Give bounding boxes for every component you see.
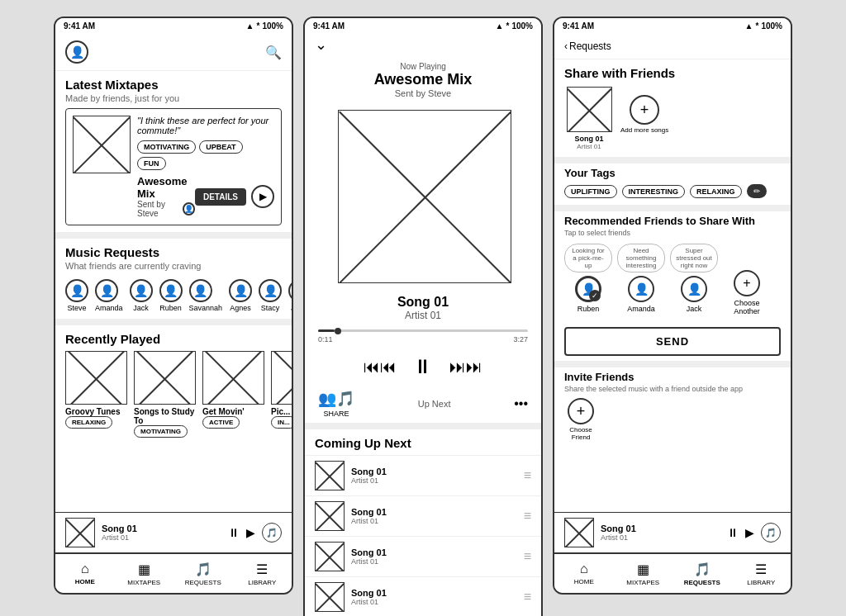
phone-1: 9:41 AM ▲ * 100% 👤 🔍 Latest Mixtapes Mad… bbox=[54, 17, 293, 595]
tag-interesting[interactable]: INTERESTING bbox=[622, 185, 686, 198]
play-button[interactable]: ▶ bbox=[251, 185, 274, 208]
queue-info-4: Song 01 Artist 01 bbox=[351, 588, 517, 606]
mini-controls-3: ⏸ ▶ 🎵 bbox=[727, 523, 781, 543]
friend-card-amanda[interactable]: Need something interesting 👤 Amanda bbox=[617, 244, 665, 313]
rp-art-2 bbox=[134, 351, 196, 405]
pause-icon[interactable]: ⏸ bbox=[228, 526, 240, 539]
choose-another-button[interactable]: + bbox=[734, 270, 760, 296]
share-button[interactable]: 👥🎵 SHARE bbox=[318, 390, 354, 418]
queue-handle-1[interactable]: ≡ bbox=[524, 468, 531, 483]
add-more-songs-button[interactable]: + bbox=[630, 95, 659, 125]
library-icon-3: ☰ bbox=[755, 562, 767, 577]
home-icon-1: ⌂ bbox=[81, 562, 89, 576]
details-button[interactable]: DETAILS bbox=[195, 188, 246, 206]
queue-handle-2[interactable]: ≡ bbox=[524, 509, 531, 524]
queue-art-2 bbox=[315, 501, 345, 531]
queue-item-4[interactable]: Song 01 Artist 01 ≡ bbox=[305, 576, 541, 616]
amanda-avatar: 👤 bbox=[628, 276, 654, 302]
send-button[interactable]: SEND bbox=[564, 327, 781, 356]
mini-artist: Artist 01 bbox=[102, 533, 221, 542]
play-icon[interactable]: ▶ bbox=[246, 526, 255, 539]
pause-icon-3[interactable]: ⏸ bbox=[727, 526, 739, 539]
share-mini-icon[interactable]: 🎵 bbox=[262, 523, 282, 543]
back-button[interactable]: ‹ Requests bbox=[564, 40, 611, 52]
music-requests-title: Music Requests bbox=[55, 239, 292, 261]
rp-item-1[interactable]: Groovy Tunes RELAXING bbox=[65, 351, 127, 443]
choose-friend-plus-icon[interactable]: + bbox=[568, 398, 594, 424]
search-icon[interactable]: 🔍 bbox=[265, 45, 282, 60]
nav-mixtapes-1[interactable]: ▦ MIXTAPES bbox=[115, 554, 174, 593]
status-bar-3: 9:41 AM ▲ * 100% bbox=[554, 18, 791, 34]
wifi-icon-2: ▲ bbox=[496, 21, 504, 31]
friend-card-ruben[interactable]: Looking for a pick-me-up 👤 Ruben bbox=[564, 244, 612, 313]
friend-card-choose-another[interactable]: + Choose Another bbox=[723, 244, 771, 315]
rp-item-2[interactable]: Songs to Study To MOTIVATING bbox=[134, 351, 196, 443]
mixtape-tags: MOTIVATING UPBEAT FUN bbox=[137, 140, 274, 170]
rewind-button[interactable]: ⏮⏮ bbox=[364, 358, 397, 377]
now-playing-art-wrap bbox=[305, 102, 541, 291]
send-btn-wrap: SEND bbox=[554, 322, 791, 361]
nav-library-3[interactable]: ☰ LIBRARY bbox=[732, 554, 791, 593]
mini-title-3: Song 01 bbox=[601, 524, 720, 533]
p3-header: ‹ Requests bbox=[554, 34, 791, 59]
nav-home-3[interactable]: ⌂ HOME bbox=[554, 554, 614, 593]
divider-4 bbox=[554, 205, 791, 211]
choose-friend-btn[interactable]: + Choose Friend bbox=[564, 398, 597, 441]
queue-handle-3[interactable]: ≡ bbox=[524, 549, 531, 564]
play-icon-3[interactable]: ▶ bbox=[745, 526, 754, 539]
queue-handle-4[interactable]: ≡ bbox=[524, 590, 531, 604]
choose-friend-label: Choose Friend bbox=[564, 426, 597, 441]
recently-played-grid: Groovy Tunes RELAXING Songs to Study To … bbox=[55, 348, 292, 449]
add-more-songs-card[interactable]: + Add more songs bbox=[620, 87, 668, 134]
pause-button[interactable]: ⏸ bbox=[413, 355, 433, 378]
friend-jack[interactable]: 👤 Jack bbox=[130, 279, 153, 312]
more-options-button[interactable]: ••• bbox=[514, 396, 528, 411]
share-mini-icon-3[interactable]: 🎵 bbox=[761, 523, 781, 543]
coming-up-section: Coming Up Next Song 01 Artist 01 ≡ Song … bbox=[305, 423, 541, 616]
rp-item-4[interactable]: Pic... IN... bbox=[271, 351, 292, 443]
friend-stacy[interactable]: 👤 Stacy bbox=[259, 279, 282, 312]
song-card-1[interactable]: Song 01 Artist 01 bbox=[564, 87, 614, 150]
recently-played-title: Recently Played bbox=[55, 325, 292, 348]
edit-tags-button[interactable]: ✏ bbox=[747, 184, 767, 198]
friend-steve[interactable]: 👤 Steve bbox=[65, 279, 88, 312]
now-playing-label: Now Playing bbox=[315, 62, 531, 71]
nav-library-1[interactable]: ☰ LIBRARY bbox=[233, 554, 292, 593]
nav-home-1[interactable]: ⌂ HOME bbox=[55, 554, 115, 593]
tag-relaxing[interactable]: RELAXING bbox=[690, 185, 742, 198]
time-total: 3:27 bbox=[513, 335, 528, 344]
tag-uplifting[interactable]: UPLIFTING bbox=[564, 185, 617, 198]
forward-button[interactable]: ⏭⏭ bbox=[449, 358, 482, 377]
invite-subtitle: Share the selected music with a friend o… bbox=[564, 385, 781, 393]
friends-scroll[interactable]: 👤 Steve 👤 Amanda 👤 Jack 👤 Ruben 👤 Savann… bbox=[55, 276, 292, 319]
friend-savannah[interactable]: 👤 Savannah bbox=[189, 279, 223, 312]
now-playing-art bbox=[338, 110, 511, 283]
mixtape-sent: Sent by Steve 👤 bbox=[137, 200, 195, 218]
mini-player-info-3: Song 01 Artist 01 bbox=[601, 524, 720, 542]
nav-mixtapes-3[interactable]: ▦ MIXTAPES bbox=[614, 554, 673, 593]
nav-requests-1[interactable]: 🎵 REQUESTS bbox=[173, 554, 233, 593]
status-icons-3: ▲ * 100% bbox=[745, 21, 782, 31]
queue-item-1[interactable]: Song 01 Artist 01 ≡ bbox=[305, 455, 541, 495]
status-icons-1: ▲ * 100% bbox=[246, 21, 283, 31]
friend-card-jack[interactable]: Super stressed out right now 👤 Jack bbox=[670, 244, 718, 313]
queue-item-3[interactable]: Song 01 Artist 01 ≡ bbox=[305, 536, 541, 576]
divider-1 bbox=[55, 232, 292, 239]
progress-bar-wrap[interactable]: 0:11 3:27 bbox=[305, 325, 541, 348]
mini-artist-3: Artist 01 bbox=[601, 533, 720, 542]
now-playing-header: Now Playing Awesome Mix Sent by Steve bbox=[305, 55, 541, 102]
bluetooth-icon-3: * bbox=[756, 21, 759, 31]
queue-item-2[interactable]: Song 01 Artist 01 ≡ bbox=[305, 495, 541, 536]
nav-requests-3[interactable]: 🎵 REQUESTS bbox=[673, 554, 732, 593]
user-avatar[interactable]: 👤 bbox=[65, 40, 88, 64]
chevron-down-icon[interactable]: ⌄ bbox=[305, 34, 541, 55]
rp-art-4 bbox=[271, 351, 292, 405]
friend-ruben[interactable]: 👤 Ruben bbox=[159, 279, 183, 312]
friend-agnes[interactable]: 👤 Agnes bbox=[229, 279, 252, 312]
friend-more[interactable]: 👤 Joh... bbox=[288, 279, 292, 312]
rp-tag-3: ACTIVE bbox=[202, 416, 240, 429]
friend-amanda[interactable]: 👤 Amanda bbox=[95, 279, 123, 312]
rp-item-3[interactable]: Get Movin' ACTIVE bbox=[202, 351, 264, 443]
back-chevron-icon: ‹ bbox=[564, 40, 568, 52]
rp-art-1 bbox=[65, 351, 127, 405]
